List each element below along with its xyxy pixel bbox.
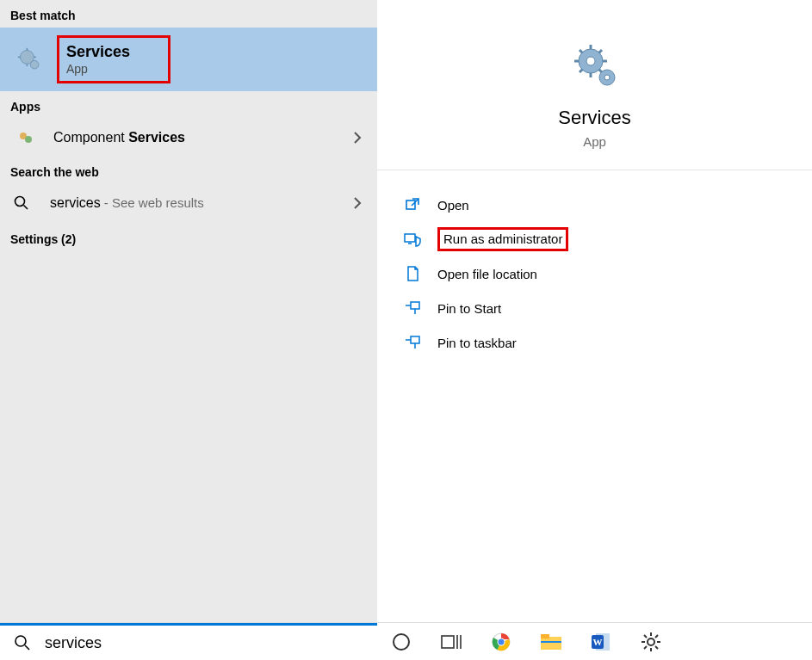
best-match-title: Services: [66, 43, 130, 61]
svg-point-21: [604, 75, 610, 80]
action-pin-to-start[interactable]: Pin to Start: [377, 291, 812, 325]
svg-line-53: [655, 646, 658, 649]
svg-line-52: [644, 635, 647, 638]
svg-line-9: [24, 206, 28, 210]
action-label: Open: [437, 198, 469, 213]
search-icon: [14, 634, 31, 651]
word-icon[interactable]: W: [589, 630, 613, 654]
svg-point-11: [586, 57, 595, 65]
detail-title: Services: [558, 107, 630, 129]
task-view-icon[interactable]: [439, 630, 463, 654]
svg-line-19: [598, 50, 602, 53]
open-icon: [403, 195, 422, 214]
svg-rect-26: [411, 302, 419, 309]
svg-line-54: [644, 646, 647, 649]
svg-point-8: [15, 197, 25, 207]
apps-item-component-services[interactable]: Component Services: [0, 119, 377, 157]
results-pane: Best match Services App Apps: [0, 0, 377, 622]
settings-heading[interactable]: Settings (2): [0, 222, 377, 251]
best-match-subtitle: App: [66, 62, 130, 76]
settings-gear-icon[interactable]: [639, 630, 663, 654]
search-bar[interactable]: [0, 623, 377, 660]
svg-text:W: W: [593, 637, 603, 647]
component-services-icon: [15, 127, 36, 148]
taskbar: W: [377, 623, 812, 660]
svg-point-5: [30, 60, 39, 69]
apps-heading: Apps: [0, 91, 377, 119]
chevron-right-icon: [353, 132, 362, 144]
svg-rect-41: [541, 637, 561, 650]
action-label: Pin to taskbar: [437, 336, 517, 350]
pin-icon: [403, 333, 422, 352]
bottom-bar: W: [0, 622, 812, 660]
detail-pane: Services App OpenRun as administratorOpe…: [377, 0, 812, 622]
best-match-services[interactable]: Services App: [0, 28, 377, 91]
svg-rect-29: [411, 336, 419, 343]
svg-line-55: [655, 635, 658, 638]
apps-item-label: Component Services: [53, 130, 353, 145]
services-large-icon: [571, 41, 619, 89]
chevron-right-icon: [353, 197, 362, 209]
svg-line-16: [580, 50, 583, 53]
svg-line-18: [580, 70, 583, 73]
services-icon: [15, 46, 43, 73]
svg-point-32: [15, 636, 26, 646]
svg-point-34: [394, 634, 409, 650]
svg-rect-24: [405, 234, 415, 242]
svg-line-33: [25, 645, 29, 650]
best-match-heading: Best match: [0, 0, 377, 28]
svg-rect-43: [541, 641, 561, 643]
svg-rect-22: [406, 200, 415, 209]
action-label: Open file location: [437, 267, 537, 281]
actions-list: OpenRun as administratorOpen file locati…: [377, 170, 812, 360]
svg-point-40: [499, 638, 505, 645]
svg-point-47: [648, 638, 654, 645]
web-heading: Search the web: [0, 157, 377, 184]
action-label: Run as administrator: [437, 227, 568, 251]
admin-icon: [403, 230, 422, 249]
action-pin-to-taskbar[interactable]: Pin to taskbar: [377, 325, 812, 360]
action-open[interactable]: Open: [377, 188, 812, 222]
search-input[interactable]: [43, 633, 377, 653]
svg-rect-42: [541, 634, 549, 638]
svg-point-7: [25, 136, 32, 143]
web-item-services[interactable]: services - See web results: [0, 184, 377, 222]
detail-subtitle: App: [583, 134, 606, 149]
action-open-file-location[interactable]: Open file location: [377, 256, 812, 291]
chrome-icon[interactable]: [489, 630, 513, 654]
cortana-icon[interactable]: [389, 630, 413, 654]
folder-icon: [403, 264, 422, 283]
action-label: Pin to Start: [437, 301, 501, 316]
search-icon: [12, 195, 31, 211]
action-run-as-administrator[interactable]: Run as administrator: [377, 222, 812, 256]
pin-icon: [403, 299, 422, 318]
svg-rect-35: [442, 636, 454, 648]
file-explorer-icon[interactable]: [539, 630, 563, 654]
web-item-label: services - See web results: [50, 195, 353, 211]
